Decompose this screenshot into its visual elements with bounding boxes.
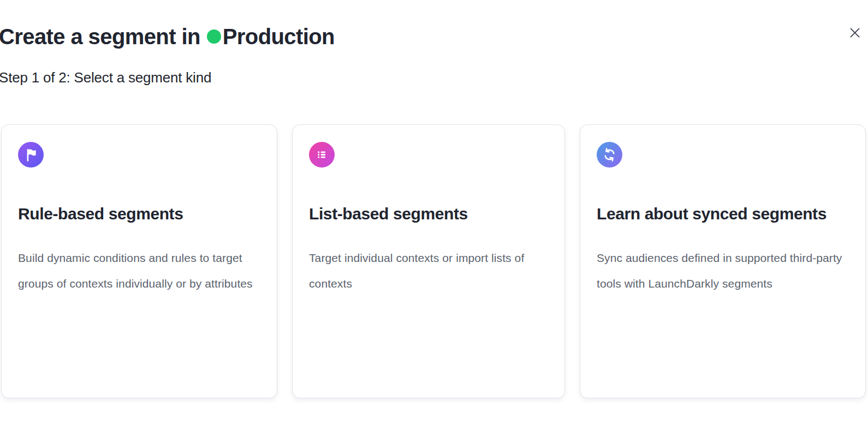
- segment-kind-options: Rule-based segments Build dynamic condit…: [1, 124, 866, 398]
- step-indicator: Step 1 of 2: Select a segment kind: [0, 69, 868, 86]
- segment-kind-card-list-based[interactable]: List-based segments Target individual co…: [292, 124, 565, 398]
- card-description: Target individual contexts or import lis…: [309, 245, 548, 296]
- sync-icon: [597, 142, 622, 168]
- modal-title-text: Create a segment in: [0, 24, 200, 49]
- card-title: List-based segments: [309, 199, 548, 229]
- modal-header: Create a segment in Production Step 1 of…: [0, 0, 868, 86]
- environment-name: Production: [223, 24, 335, 49]
- segment-kind-card-rule-based[interactable]: Rule-based segments Build dynamic condit…: [1, 124, 277, 398]
- list-icon: [309, 142, 335, 168]
- segment-kind-card-synced[interactable]: Learn about synced segments Sync audienc…: [580, 124, 866, 398]
- card-description: Build dynamic conditions and rules to ta…: [18, 245, 260, 296]
- flag-icon: [18, 142, 44, 168]
- modal-title: Create a segment in Production: [0, 24, 335, 49]
- card-description: Sync audiences defined in supported thir…: [597, 245, 849, 296]
- card-title: Rule-based segments: [18, 199, 260, 229]
- card-title: Learn about synced segments: [597, 199, 849, 229]
- close-button[interactable]: [847, 25, 863, 40]
- create-segment-modal: Create a segment in Production Step 1 of…: [0, 0, 868, 430]
- close-icon: [848, 26, 862, 40]
- environment-status-dot: [207, 29, 221, 44]
